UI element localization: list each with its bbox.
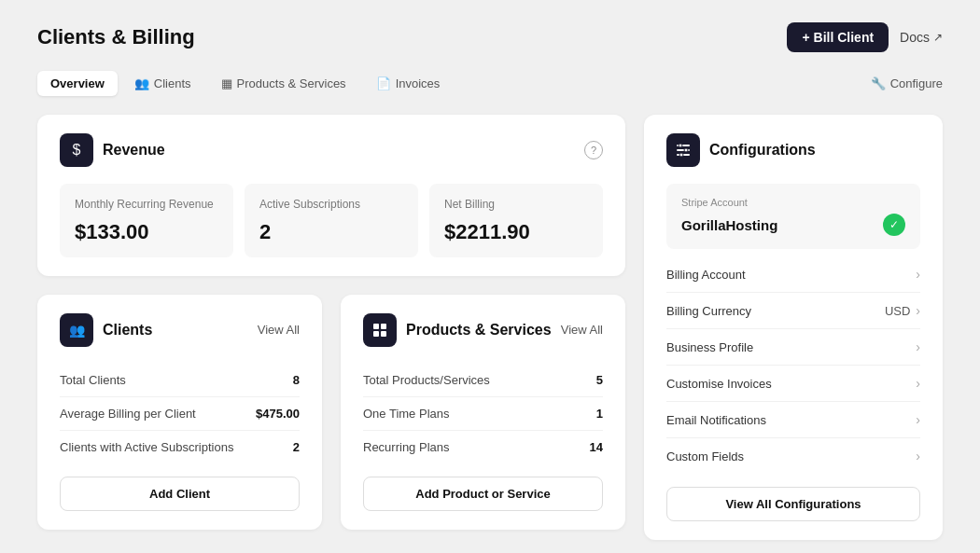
revenue-icon: $ [60, 133, 93, 167]
chevron-icon-customise-invoices: › [916, 376, 920, 391]
clients-rows: Total Clients 8 Average Billing per Clie… [60, 364, 300, 463]
docs-label: Docs [900, 30, 930, 45]
stat-net-label: Net Billing [444, 197, 588, 213]
document-nav-icon: 📄 [376, 76, 391, 90]
clients-nav-icon: 👥 [134, 76, 149, 90]
products-view-all-link[interactable]: View All [561, 323, 603, 337]
products-title-group: Products & Services [363, 313, 552, 347]
config-row-custom-fields[interactable]: Custom Fields › [666, 438, 920, 474]
tab-products-services[interactable]: ▦ Products & Services [208, 71, 359, 96]
stripe-account-name: GorillaHosting [681, 217, 777, 233]
external-link-icon: ↗ [933, 31, 943, 44]
grid-nav-icon: ▦ [221, 76, 232, 90]
clients-icon: 👥 [60, 313, 93, 347]
products-title: Products & Services [406, 322, 552, 339]
stripe-account-label: Stripe Account [681, 197, 905, 208]
stat-mrr: Monthly Recurring Revenue $133.00 [60, 184, 233, 257]
main-grid: $ Revenue ? Monthly Recurring Revenue $1… [37, 115, 943, 540]
stripe-account-box: Stripe Account GorillaHosting ✓ [666, 184, 920, 249]
header-actions: + Bill Client Docs ↗ [787, 22, 943, 52]
config-row-billing-currency[interactable]: Billing Currency USD › [666, 293, 920, 329]
config-row-customise-invoices[interactable]: Customise Invoices › [666, 366, 920, 402]
svg-rect-1 [381, 324, 386, 329]
tab-clients[interactable]: 👥 Clients [121, 71, 204, 96]
stat-subs-value: 2 [259, 220, 403, 244]
config-card-header: Configurations [666, 133, 920, 167]
revenue-title: Revenue [103, 142, 165, 159]
docs-link[interactable]: Docs ↗ [900, 30, 943, 45]
revenue-card: $ Revenue ? Monthly Recurring Revenue $1… [37, 115, 625, 276]
config-row-business-profile[interactable]: Business Profile › [666, 329, 920, 366]
revenue-card-header: $ Revenue ? [60, 133, 603, 167]
svg-rect-0 [373, 324, 379, 329]
stat-subscriptions: Active Subscriptions 2 [245, 184, 418, 257]
verified-icon: ✓ [883, 214, 905, 236]
stat-mrr-value: $133.00 [75, 220, 218, 244]
products-row-one-time: One Time Plans 1 [363, 397, 603, 431]
revenue-title-group: $ Revenue [60, 133, 165, 167]
config-row-email-notifications[interactable]: Email Notifications › [666, 402, 920, 438]
products-rows: Total Products/Services 5 One Time Plans… [363, 364, 603, 463]
products-card-header: Products & Services View All [363, 313, 603, 347]
chevron-icon-billing-currency: › [916, 303, 920, 318]
clients-card: 👥 Clients View All Total Clients 8 Avera… [37, 295, 322, 530]
clients-title-group: 👥 Clients [60, 313, 152, 347]
svg-point-7 [679, 144, 682, 147]
config-title: Configurations [709, 142, 816, 159]
nav-bar: Overview 👥 Clients ▦ Products & Services… [37, 71, 943, 96]
chevron-icon-email-notifications: › [916, 412, 920, 427]
page-header: Clients & Billing + Bill Client Docs ↗ [37, 22, 943, 52]
tab-invoices[interactable]: 📄 Invoices [363, 71, 454, 96]
stripe-name-row: GorillaHosting ✓ [681, 214, 905, 236]
nav-tabs: Overview 👥 Clients ▦ Products & Services… [37, 71, 453, 96]
view-all-configurations-button[interactable]: View All Configurations [666, 487, 920, 521]
clients-row-active-subs: Clients with Active Subscriptions 2 [60, 431, 300, 463]
products-row-total: Total Products/Services 5 [363, 364, 603, 397]
clients-title: Clients [103, 322, 152, 339]
configure-button[interactable]: 🔧 Configure [871, 76, 943, 90]
config-title-group: Configurations [666, 133, 816, 167]
stat-mrr-label: Monthly Recurring Revenue [75, 197, 218, 213]
page-title: Clients & Billing [37, 25, 195, 49]
bill-client-button[interactable]: + Bill Client [787, 22, 889, 52]
wrench-icon: 🔧 [871, 76, 886, 90]
left-column: $ Revenue ? Monthly Recurring Revenue $1… [37, 115, 625, 540]
products-card: Products & Services View All Total Produ… [341, 295, 625, 530]
products-row-recurring: Recurring Plans 14 [363, 431, 603, 463]
config-rows: Billing Account › Billing Currency USD ›… [666, 256, 920, 474]
clients-card-header: 👥 Clients View All [60, 313, 300, 347]
tab-overview[interactable]: Overview [37, 71, 118, 96]
add-product-button[interactable]: Add Product or Service [363, 477, 603, 511]
svg-rect-2 [373, 331, 379, 337]
chevron-icon-business-profile: › [916, 339, 920, 354]
clients-row-avg-billing: Average Billing per Client $475.00 [60, 397, 300, 431]
config-icon [666, 133, 700, 167]
clients-view-all-link[interactable]: View All [258, 323, 300, 337]
svg-point-9 [679, 153, 683, 157]
chevron-icon-custom-fields: › [916, 449, 920, 463]
stat-net-value: $2211.90 [444, 220, 588, 244]
stat-net-billing: Net Billing $2211.90 [429, 184, 603, 257]
config-row-billing-account[interactable]: Billing Account › [666, 256, 920, 293]
svg-rect-3 [381, 331, 386, 337]
products-icon [363, 313, 397, 347]
stat-subs-label: Active Subscriptions [259, 197, 403, 213]
help-icon[interactable]: ? [584, 141, 603, 159]
add-client-button[interactable]: Add Client [60, 477, 300, 511]
revenue-stats: Monthly Recurring Revenue $133.00 Active… [60, 184, 603, 257]
bottom-grid: 👥 Clients View All Total Clients 8 Avera… [37, 295, 625, 530]
chevron-icon-billing-account: › [916, 267, 920, 282]
svg-point-8 [684, 148, 688, 152]
clients-row-total: Total Clients 8 [60, 364, 300, 397]
configurations-card: Configurations Stripe Account GorillaHos… [644, 115, 943, 540]
